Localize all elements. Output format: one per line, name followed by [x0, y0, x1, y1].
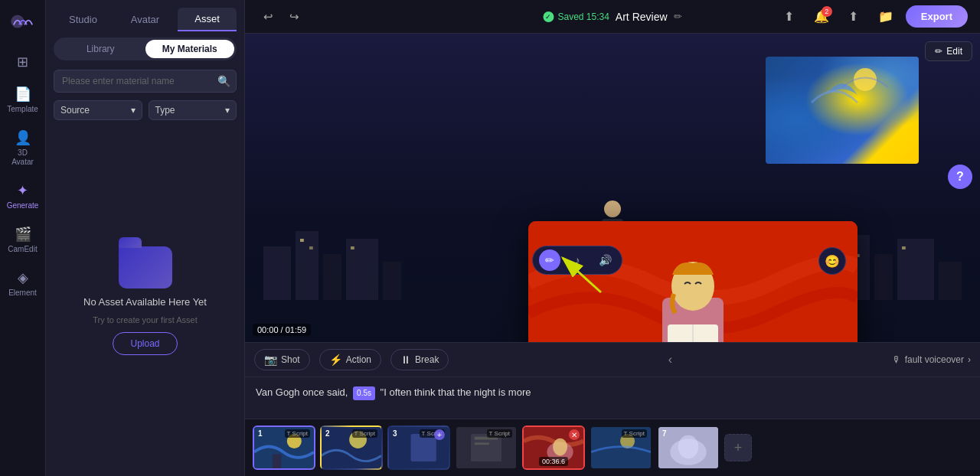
shot-button[interactable]: 📷 Shot — [254, 349, 310, 370]
svg-rect-10 — [939, 262, 962, 300]
thumb-time: 00:36.6 — [539, 457, 568, 466]
search-input[interactable] — [54, 70, 237, 93]
thumb-number: 3 — [393, 429, 397, 438]
tab-studio[interactable]: Studio — [54, 8, 113, 31]
redo-button[interactable]: ↪ — [283, 6, 305, 28]
script-text-before: Van Gogh once said, — [256, 386, 351, 398]
popup-volume-button[interactable]: 🔊 — [594, 249, 616, 271]
action-icon: ⚡ — [329, 354, 342, 366]
vangogh-painting-bg — [766, 57, 919, 164]
sidebar-item-element[interactable]: ◈ Element — [4, 263, 42, 304]
svg-point-0 — [11, 15, 24, 28]
camera-icon: 📷 — [264, 354, 277, 366]
tab-library[interactable]: Library — [56, 40, 145, 58]
timeline-item-selected[interactable]: ✕ 00:36.6 — [522, 425, 585, 470]
time-indicator: 00:00 / 01:59 — [253, 324, 311, 336]
svg-rect-2 — [296, 231, 318, 300]
action-button[interactable]: ⚡ Action — [319, 349, 381, 370]
tab-my-materials[interactable]: My Materials — [145, 40, 235, 58]
thumb-script-badge: T Script — [622, 429, 647, 438]
template-label: Template — [7, 105, 38, 114]
thumb-bg — [658, 427, 718, 468]
empty-subtitle: Try to create your first Asset — [93, 315, 198, 324]
script-highlight-tag[interactable]: 0.5s — [353, 386, 375, 400]
empty-state: No Asset Available Here Yet Try to creat… — [46, 125, 244, 476]
element-label: Element — [8, 289, 37, 298]
tab-avatar[interactable]: Avatar — [116, 8, 175, 31]
main-content: ↩ ↪ ✓ Saved 15:34 Art Review ✏ ⬆ 🔔 2 ⬆ 📁… — [245, 0, 980, 476]
svg-rect-12 — [309, 246, 313, 249]
undo-button[interactable]: ↩ — [257, 6, 279, 28]
saved-check-icon: ✓ — [543, 11, 554, 22]
voiceover-button[interactable]: 🎙 fault voiceover › — [892, 354, 971, 365]
popup-image — [528, 221, 858, 342]
svg-rect-30 — [411, 434, 436, 461]
template-icon: 📄 — [15, 86, 31, 103]
timeline-item[interactable]: 2 T Script — [320, 425, 383, 470]
thumb-number: 7 — [662, 429, 667, 438]
popup-sound-button[interactable]: ♪ — [567, 249, 588, 271]
top-bar-center: ✓ Saved 15:34 Art Review ✏ — [543, 11, 681, 23]
edit-title-button[interactable]: ✏ — [674, 11, 682, 22]
notifications-button[interactable]: 🔔 2 — [809, 5, 834, 29]
popup-emoji-area: 😊 — [818, 247, 846, 275]
sidebar-item-template[interactable]: 📄 Template — [4, 80, 42, 120]
sidebar-item-avatar[interactable]: 👤 3D Avatar — [4, 123, 42, 173]
timeline-item[interactable]: T Script — [590, 425, 652, 470]
svg-point-37 — [553, 439, 567, 456]
timeline-item[interactable]: 1 T Script — [253, 425, 315, 470]
bottom-toolbar: 📷 Shot ⚡ Action ⏸ Break ‹ 🎙 fault voiceo… — [245, 343, 980, 377]
empty-title: No Asset Available Here Yet — [83, 296, 207, 308]
saved-badge: ✓ Saved 15:34 — [543, 11, 609, 22]
avatar-label: 3D Avatar — [7, 148, 39, 167]
edit-overlay-button[interactable]: ✏ Edit — [925, 41, 972, 61]
sidebar-nav: ⊞ 📄 Template 👤 3D Avatar ✦ Generate 🎬 Ca… — [0, 0, 46, 476]
bottom-panel: 📷 Shot ⚡ Action ⏸ Break ‹ 🎙 fault voiceo… — [245, 342, 980, 476]
svg-rect-1 — [263, 246, 291, 300]
collapse-button[interactable]: ‹ — [660, 349, 681, 370]
edit-pencil-icon: ✏ — [935, 46, 942, 57]
upload-button[interactable]: Upload — [113, 332, 177, 355]
popup-action-row: ✏ ♪ 🔊 — [532, 246, 622, 275]
search-bar: 🔍 — [54, 70, 237, 93]
sidebar-item-generate[interactable]: ✦ Generate — [4, 176, 42, 217]
popup-edit-group: ✏ ♪ 🔊 — [532, 246, 622, 275]
preview-area: 00:00 / 01:59 ✏ Edit — [245, 34, 980, 342]
type-select[interactable]: Type ▾ — [149, 100, 237, 120]
folder-button[interactable]: 📁 — [874, 5, 898, 29]
app-logo — [3, 8, 43, 38]
element-icon: ◈ — [18, 269, 28, 286]
chevron-down-icon: ▾ — [225, 105, 230, 116]
thumb-number: 1 — [258, 429, 263, 438]
tab-asset[interactable]: Asset — [178, 8, 237, 31]
help-button[interactable]: ? — [948, 165, 972, 189]
generate-label: Generate — [7, 201, 39, 210]
share-button[interactable]: ⬆ — [841, 5, 866, 29]
svg-rect-16 — [902, 246, 906, 249]
export-button[interactable]: Export — [906, 5, 968, 28]
popup-edit-button[interactable]: ✏ — [539, 249, 560, 271]
timeline-item[interactable]: 7 — [657, 425, 720, 470]
upload-cloud-button[interactable]: ⬆ — [777, 5, 802, 29]
source-select[interactable]: Source ▾ — [54, 100, 142, 120]
popup-character-svg — [528, 221, 858, 342]
panel-tabs: Studio Avatar Asset — [46, 0, 244, 31]
top-bar-left: ↩ ↪ — [257, 6, 305, 28]
sidebar-item-camedit[interactable]: 🎬 CamEdit — [4, 220, 42, 260]
search-button[interactable]: 🔍 — [217, 75, 230, 87]
top-bar: ↩ ↪ ✓ Saved 15:34 Art Review ✏ ⬆ 🔔 2 ⬆ 📁… — [245, 0, 980, 34]
timeline-item[interactable]: T Script — [455, 425, 518, 470]
svg-point-42 — [678, 435, 699, 458]
popup-emoji-button[interactable]: 😊 — [818, 247, 846, 275]
svg-rect-34 — [475, 442, 489, 445]
timeline-item[interactable]: 3 T Script + — [387, 425, 450, 470]
sidebar-item-home[interactable]: ⊞ — [4, 47, 42, 77]
script-text-area: Van Gogh once said, 0.5s "I often think … — [245, 377, 980, 419]
folder-icon — [119, 246, 172, 289]
add-timeline-item-button[interactable]: + — [724, 434, 752, 461]
camedit-icon: 🎬 — [15, 226, 31, 243]
thumb-add-overlay: + — [434, 429, 445, 440]
svg-rect-13 — [351, 246, 354, 249]
svg-rect-11 — [300, 239, 304, 242]
break-button[interactable]: ⏸ Break — [390, 349, 449, 370]
